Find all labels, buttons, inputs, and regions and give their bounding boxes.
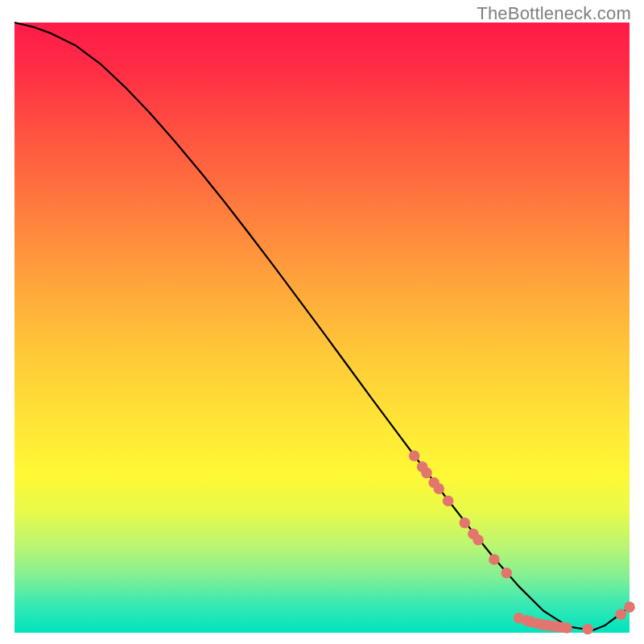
highlight-point — [433, 483, 444, 494]
highlight-point — [624, 601, 635, 613]
highlight-point — [443, 495, 454, 506]
highlight-point — [561, 622, 572, 634]
chart-frame: TheBottleneck.com — [0, 0, 644, 644]
highlight-point — [489, 554, 500, 565]
highlight-point — [409, 450, 420, 461]
highlight-point — [473, 535, 484, 546]
highlight-point — [616, 609, 627, 620]
plot-svg — [14, 23, 630, 633]
highlight-points-group — [409, 450, 635, 634]
highlight-point — [501, 568, 512, 579]
bottleneck-curve-line — [14, 23, 630, 630]
highlight-point — [459, 518, 470, 529]
highlight-point — [582, 624, 593, 635]
highlight-point — [421, 468, 432, 479]
plot-area — [14, 23, 630, 633]
watermark-text: TheBottleneck.com — [477, 3, 631, 24]
